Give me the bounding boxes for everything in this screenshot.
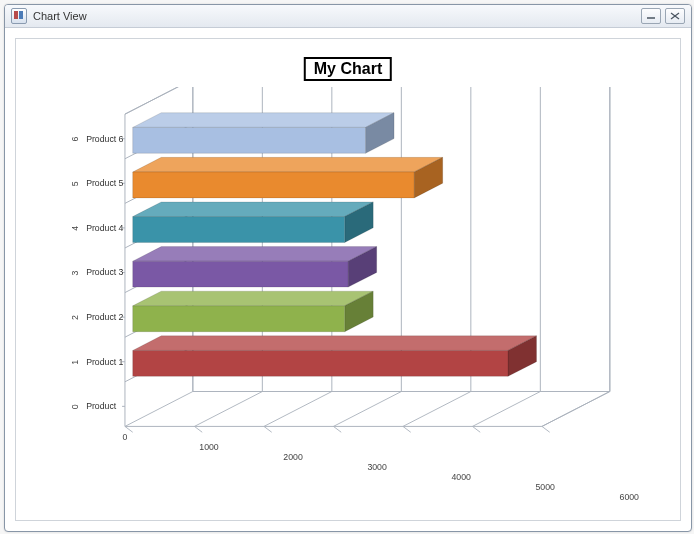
y-tick-label: Product 3 — [86, 267, 123, 277]
y-tick-index: 1 — [70, 360, 80, 365]
window-title: Chart View — [33, 10, 641, 22]
svg-line-25 — [194, 392, 262, 427]
y-tick-label: Product 2 — [86, 312, 123, 322]
svg-line-21 — [125, 87, 193, 114]
bar-product-1 — [133, 350, 508, 376]
svg-line-31 — [333, 392, 401, 427]
x-tick-label: 6000 — [620, 492, 640, 502]
svg-line-32 — [333, 426, 341, 432]
y-tick-label: Product 6 — [86, 134, 123, 144]
svg-line-41 — [542, 426, 550, 432]
y-tick-index: 6 — [70, 137, 80, 142]
bar-top — [133, 291, 373, 306]
bar-product-3 — [133, 261, 348, 287]
svg-line-29 — [264, 426, 272, 432]
x-tick-label: 3000 — [367, 462, 387, 472]
titlebar: Chart View — [5, 5, 691, 28]
svg-line-38 — [472, 426, 480, 432]
x-tick-label: 4000 — [451, 472, 471, 482]
chart-svg: 0Product1Product 12Product 23Product 34P… — [36, 87, 660, 504]
y-tick-index: 2 — [70, 315, 80, 320]
x-tick-label: 2000 — [283, 452, 303, 462]
bar-product-6 — [133, 127, 366, 153]
x-tick-label: 0 — [123, 432, 128, 442]
bar-top — [133, 202, 373, 217]
minimize-button[interactable] — [641, 8, 661, 24]
app-icon — [11, 8, 27, 24]
bar-top — [133, 247, 377, 262]
chart-panel: My Chart 0Product1Product 12Product 23Pr… — [15, 38, 681, 521]
chart-title: My Chart — [304, 57, 392, 81]
bar-product-5 — [133, 172, 414, 198]
window: Chart View My Chart 0Product1Product 12P… — [4, 4, 692, 532]
x-tick-label: 1000 — [199, 442, 219, 452]
svg-line-37 — [472, 392, 540, 427]
y-tick-index: 4 — [70, 226, 80, 231]
svg-line-34 — [403, 392, 471, 427]
bar-product-4 — [133, 217, 345, 243]
close-button[interactable] — [665, 8, 685, 24]
chart-body: 0Product1Product 12Product 23Product 34P… — [36, 87, 660, 504]
x-tick-label: 5000 — [535, 482, 555, 492]
y-tick-label: Product — [86, 401, 117, 411]
y-tick-label: Product 5 — [86, 178, 123, 188]
y-tick-index: 3 — [70, 270, 80, 275]
minimize-icon — [646, 12, 656, 20]
y-tick-index: 5 — [70, 181, 80, 186]
svg-line-5 — [125, 87, 193, 114]
svg-line-35 — [403, 426, 411, 432]
bar-top — [133, 113, 394, 128]
bar-top — [133, 336, 537, 351]
svg-line-26 — [194, 426, 202, 432]
window-controls — [641, 8, 685, 24]
close-icon — [670, 12, 680, 20]
bar-product-2 — [133, 306, 345, 332]
svg-line-44 — [542, 392, 610, 427]
svg-line-22 — [125, 392, 193, 427]
client-area: My Chart 0Product1Product 12Product 23Pr… — [5, 28, 691, 531]
y-tick-label: Product 4 — [86, 223, 123, 233]
svg-line-28 — [264, 392, 332, 427]
y-tick-label: Product 1 — [86, 357, 123, 367]
y-tick-index: 0 — [70, 404, 80, 409]
bar-top — [133, 157, 443, 172]
